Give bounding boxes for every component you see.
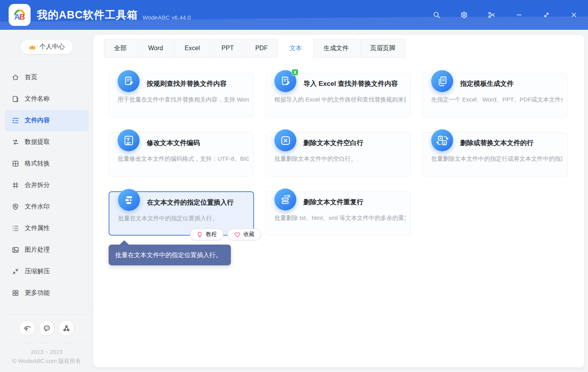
sidebar-item-file-attributes[interactable]: 文件属性	[0, 218, 93, 239]
template-docs-icon	[431, 70, 453, 92]
card-delete-blank-lines[interactable]: 删除文本文件空白行 批量删除文本文件中的空白行。	[265, 132, 411, 176]
format-convert-icon	[12, 160, 19, 167]
card-title: 删除文本文件空白行	[303, 138, 363, 147]
sidebar-item-label: 数据提取	[25, 138, 50, 146]
app-logo: AB	[9, 4, 31, 26]
card-title: 按规则查找并替换文件内容	[147, 79, 227, 88]
tab-word[interactable]: Word	[138, 39, 173, 58]
sidebar-bottom: e 2013 ~ 2023 © WodeABC.com 版权所有	[0, 307, 93, 372]
tab-header-footer[interactable]: 页眉页脚	[360, 39, 405, 58]
tab-label: Excel	[185, 45, 200, 52]
close-icon[interactable]	[570, 11, 578, 19]
data-extract-icon	[12, 138, 19, 146]
tab-all[interactable]: 全部	[104, 39, 137, 58]
minimize-icon[interactable]	[515, 11, 523, 19]
svg-text:AB: AB	[14, 12, 25, 21]
content-panel: 全部 Word Excel PPT PDF 文本 生成文件 页眉页脚 按规则查找…	[93, 35, 584, 367]
tab-label: PPT	[221, 45, 234, 52]
tutorial-button[interactable]: 教程	[190, 229, 223, 240]
sidebar-item-file-watermark[interactable]: 文件水印	[0, 196, 93, 218]
lightbulb-icon	[196, 231, 203, 238]
sidebar-item-label: 文件内容	[25, 116, 50, 125]
card-title: 指定模板生成文件	[460, 79, 514, 88]
tab-bar: 全部 Word Excel PPT PDF 文本 生成文件 页眉页脚	[93, 35, 584, 58]
sidebar-divider-mid	[5, 314, 88, 314]
tutorial-label: 教程	[206, 231, 217, 238]
tab-label: 页眉页脚	[370, 44, 395, 53]
copyright: 2013 ~ 2023 © WodeABC.com 版权所有	[0, 348, 93, 366]
card-grid: 按规则查找并替换文件内容 用于批量在文件中查找并替换相关内容，支持 Word、E…	[93, 58, 584, 236]
sidebar-item-format-convert[interactable]: 格式转换	[0, 153, 93, 174]
search-icon[interactable]	[433, 11, 441, 19]
favorite-label: 收藏	[243, 231, 254, 238]
sidebar-item-compress[interactable]: 压缩解压	[0, 261, 93, 282]
tab-pdf[interactable]: PDF	[245, 39, 278, 58]
card-tooltip: 批量在文本文件中的指定位置插入行。	[109, 245, 231, 265]
browser-button[interactable]: e	[19, 320, 35, 336]
delete-blank-lines-icon	[274, 129, 296, 151]
card-description: 用于批量在文件中查找并替换相关内容，支持 Word、Excel	[118, 96, 249, 103]
home-icon	[12, 74, 19, 81]
sidebar-item-data-extract[interactable]: 数据提取	[0, 131, 93, 153]
tab-generate-file[interactable]: 生成文件	[313, 39, 359, 58]
sidebar-item-merge-split[interactable]: 合并拆分	[0, 174, 93, 196]
sidebar-item-label: 文件水印	[25, 203, 50, 211]
card-insert-lines[interactable]: 在文本文件的指定位置插入行 批量在文本文件中的指定位置插入行。 教程 收藏 批量…	[109, 191, 254, 236]
sidebar-footer-buttons: e	[0, 320, 93, 336]
card-description: 根据导入的 Excel 中的文件路径和查找替换规则来批量	[274, 96, 406, 103]
sidebar-item-image-process[interactable]: 图片处理	[0, 239, 93, 261]
card-find-replace-by-rule[interactable]: 按规则查找并替换文件内容 用于批量在文件中查找并替换相关内容，支持 Word、E…	[109, 73, 254, 117]
card-dedupe-lines[interactable]: 删除文本文件重复行 批量删除 txt、html、xml 等文本文件中的多余的重复…	[265, 191, 411, 236]
copyright-text: © WodeABC.com 版权所有	[0, 357, 93, 366]
tab-excel[interactable]: Excel	[174, 39, 210, 58]
excel-badge: X	[292, 69, 298, 76]
sidebar-item-file-content[interactable]: 文件内容	[5, 110, 89, 131]
personal-center-button[interactable]: 个人中心	[20, 39, 73, 54]
doc-edit-icon	[118, 70, 140, 92]
titlebar-icons	[433, 11, 588, 19]
card-text-encoding[interactable]: 修改文本文件编码 批量修改文本文件的编码格式，支持：UTF-8、BIG5、GBK	[109, 132, 254, 176]
sidebar-item-home[interactable]: 首页	[0, 67, 93, 88]
tab-label: PDF	[255, 45, 268, 52]
sidebar-item-label: 更多功能	[25, 289, 50, 297]
card-action-pills: 教程 收藏	[190, 229, 261, 240]
sidebar-item-label: 文件名称	[25, 95, 50, 103]
browser-ie-icon: e	[24, 325, 31, 332]
card-title: 在文本文件的指定位置插入行	[147, 198, 234, 207]
card-title: 删除或替换文本文件的行	[460, 138, 534, 147]
scissors-icon[interactable]	[488, 11, 495, 19]
watermark-icon	[12, 203, 19, 210]
tab-label: 文本	[289, 44, 302, 53]
sidebar-item-label: 文件属性	[25, 224, 50, 232]
crown-icon	[29, 44, 36, 50]
sidebar-divider-bottom	[5, 343, 88, 343]
card-description: 批量删除文本文件中的指定行或将文本文件中的指定行	[431, 155, 563, 163]
sidebar-item-more-features[interactable]: 更多功能	[0, 282, 93, 304]
card-excel-find-replace[interactable]: X 导入 Excel 查找并替换文件内容 根据导入的 Excel 中的文件路径和…	[265, 73, 411, 117]
tab-ppt[interactable]: PPT	[211, 39, 244, 58]
compress-icon	[12, 268, 19, 275]
sidebar-item-label: 图片处理	[25, 246, 50, 254]
more-grid-icon	[12, 289, 19, 297]
sidebar-item-file-name[interactable]: 文件名称	[0, 88, 93, 110]
share-network-icon	[63, 325, 70, 332]
file-content-icon	[12, 117, 19, 124]
settings-gear-icon[interactable]	[460, 11, 468, 19]
tab-text[interactable]: 文本	[279, 39, 312, 58]
maximize-icon[interactable]	[543, 11, 550, 19]
feedback-button[interactable]	[39, 320, 54, 336]
favorite-button[interactable]: 收藏	[227, 229, 261, 240]
card-template-generate[interactable]: 指定模板生成文件 先指定一个 Excel、Word、PPT、PDF或文本文件作为…	[422, 73, 568, 117]
share-button[interactable]	[58, 320, 74, 336]
card-description: 先指定一个 Excel、Word、PPT、PDF或文本文件作为模板	[431, 96, 563, 103]
sidebar-divider-top	[5, 61, 88, 62]
sidebar-rule	[88, 96, 89, 307]
insert-lines-icon	[118, 189, 140, 211]
text-encoding-icon	[118, 129, 140, 151]
title-bar: AB 我的ABC软件工具箱 WodeABC v6.44.0	[0, 0, 588, 30]
dedupe-lines-icon	[274, 189, 296, 210]
card-description: 批量删除 txt、html、xml 等文本文件中的多余的重复行	[274, 214, 406, 222]
app-version: WodeABC v6.44.0	[143, 14, 191, 21]
tab-label: 生成文件	[323, 44, 348, 53]
card-delete-replace-lines[interactable]: 删除或替换文本文件的行 批量删除文本文件中的指定行或将文本文件中的指定行	[422, 132, 568, 176]
